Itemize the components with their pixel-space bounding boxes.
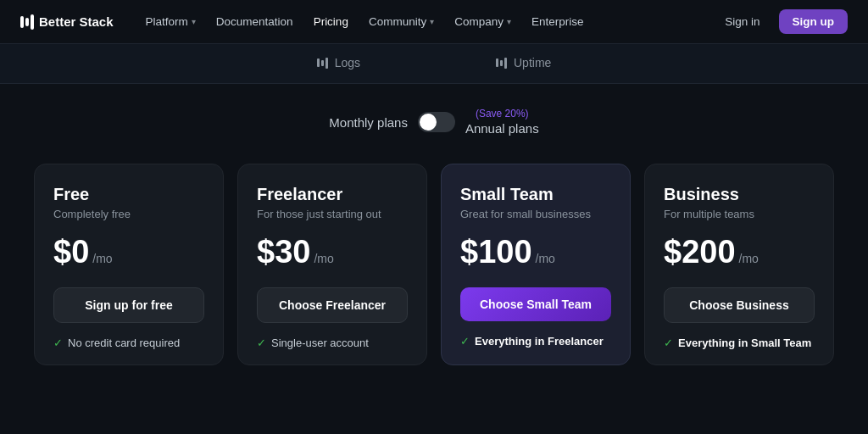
billing-toggle[interactable]: [418, 112, 455, 132]
plan-feature-freelancer: ✓ Single-user account: [257, 337, 408, 349]
uptime-icon: [496, 58, 507, 69]
plan-price-freelancer: $30 /mo: [257, 234, 408, 270]
plan-name-small-team: Small Team: [460, 185, 611, 204]
logo[interactable]: Better Stack: [20, 14, 114, 30]
plan-card-business: Business For multiple teams $200 /mo Cho…: [644, 164, 834, 365]
logo-text: Better Stack: [39, 14, 114, 29]
nav-item-documentation[interactable]: Documentation: [208, 10, 302, 33]
chevron-down-icon: ▾: [192, 17, 196, 26]
price-amount-small-team: $100: [460, 234, 532, 270]
plan-btn-freelancer[interactable]: Choose Freelancer: [257, 287, 408, 323]
navbar: Better Stack Platform ▾ Documentation Pr…: [0, 0, 868, 44]
main-content: Monthly plans (Save 20%) Annual plans Fr…: [0, 84, 868, 382]
plan-name-free: Free: [53, 185, 204, 204]
plan-price-small-team: $100 /mo: [460, 234, 611, 270]
annual-label: Annual plans: [465, 121, 539, 136]
tab-uptime[interactable]: Uptime: [428, 44, 619, 83]
nav-item-pricing[interactable]: Pricing: [305, 10, 357, 33]
chevron-down-icon: ▾: [430, 17, 434, 26]
nav-item-community[interactable]: Community ▾: [360, 10, 442, 33]
plan-btn-free[interactable]: Sign up for free: [53, 287, 204, 323]
nav-item-platform[interactable]: Platform ▾: [137, 10, 204, 33]
price-mo-small-team: /mo: [536, 252, 555, 265]
check-icon: ✓: [664, 337, 673, 349]
toggle-thumb: [420, 114, 437, 131]
feature-text-business: Everything in Small Team: [678, 337, 811, 349]
pricing-grid: Free Completely free $0 /mo Sign up for …: [34, 164, 834, 365]
annual-label-group: (Save 20%) Annual plans: [465, 108, 539, 136]
plan-desc-business: For multiple teams: [664, 208, 815, 220]
feature-text-freelancer: Single-user account: [271, 337, 369, 349]
plan-feature-free: ✓ No credit card required: [53, 337, 204, 349]
nav-links: Platform ▾ Documentation Pricing Communi…: [137, 10, 715, 33]
feature-text-free: No credit card required: [68, 337, 180, 349]
signup-button[interactable]: Sign up: [779, 9, 849, 34]
plan-desc-freelancer: For those just starting out: [257, 208, 408, 220]
logo-icon: [20, 14, 34, 30]
check-icon: ✓: [257, 337, 266, 349]
plan-price-free: $0 /mo: [53, 234, 204, 270]
price-amount-free: $0: [53, 234, 89, 270]
nav-item-company[interactable]: Company ▾: [446, 10, 520, 33]
plan-card-free: Free Completely free $0 /mo Sign up for …: [34, 164, 224, 365]
plan-feature-small-team: ✓ Everything in Freelancer: [460, 335, 611, 348]
plan-name-business: Business: [664, 185, 815, 204]
plan-btn-business[interactable]: Choose Business: [664, 287, 815, 323]
plan-card-small-team: Small Team Great for small businesses $1…: [441, 164, 631, 365]
logs-icon: [317, 58, 328, 69]
signin-button[interactable]: Sign in: [715, 10, 770, 33]
check-icon: ✓: [460, 335, 470, 348]
price-amount-business: $200: [664, 234, 736, 270]
product-bar: Logs Uptime: [0, 44, 868, 84]
check-icon: ✓: [53, 337, 63, 349]
plan-feature-business: ✓ Everything in Small Team: [664, 337, 815, 349]
plan-desc-free: Completely free: [53, 208, 204, 220]
tab-logs[interactable]: Logs: [249, 44, 428, 83]
plan-name-freelancer: Freelancer: [257, 185, 408, 204]
plan-card-freelancer: Freelancer For those just starting out $…: [237, 164, 427, 365]
plan-btn-small-team[interactable]: Choose Small Team: [460, 287, 611, 321]
price-mo-free: /mo: [92, 252, 112, 265]
feature-text-small-team: Everything in Freelancer: [475, 335, 604, 348]
price-mo-freelancer: /mo: [314, 252, 333, 265]
price-mo-business: /mo: [739, 252, 759, 265]
chevron-down-icon: ▾: [507, 17, 511, 26]
nav-right: Sign in Sign up: [715, 9, 848, 34]
billing-toggle-row: Monthly plans (Save 20%) Annual plans: [34, 108, 834, 136]
nav-item-enterprise[interactable]: Enterprise: [523, 10, 593, 33]
save-badge: (Save 20%): [465, 108, 539, 120]
plan-price-business: $200 /mo: [664, 234, 815, 270]
plan-desc-small-team: Great for small businesses: [460, 208, 611, 220]
monthly-label: Monthly plans: [329, 115, 408, 130]
price-amount-freelancer: $30: [257, 234, 310, 270]
